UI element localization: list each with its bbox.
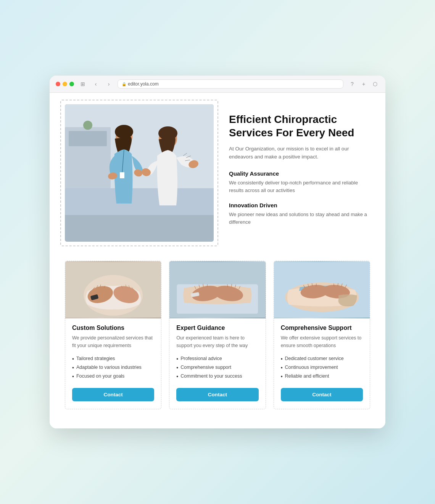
help-btn[interactable]: ? <box>348 80 356 88</box>
card-image-1 <box>65 261 161 318</box>
feature-quality: Quality Assurance We consistently delive… <box>229 170 370 194</box>
card-1-body: Custom Solutions We provide personalized… <box>65 318 161 409</box>
card-comprehensive-support: Comprehensive Support We offer extensive… <box>274 261 370 409</box>
card-3-desc: We offer extensive support services to e… <box>281 334 363 349</box>
hero-description: At Our Organization, our mission is to e… <box>229 145 370 161</box>
card-3-item-2: Continuous improvement <box>281 363 363 372</box>
card-3-body: Comprehensive Support We offer extensive… <box>274 318 370 409</box>
card-expert-guidance: Expert Guidance Our experienced team is … <box>169 261 266 409</box>
card-2-body: Expert Guidance Our experienced team is … <box>169 318 265 409</box>
hero-text: Efficient Chiropractic Services For Ever… <box>229 113 370 234</box>
card-3-list: Dedicated customer service Continuous im… <box>281 355 363 381</box>
lock-icon: 🔒 <box>122 82 126 86</box>
address-bar[interactable]: 🔒 editor.yola.com <box>118 79 343 89</box>
feature-innovation: Innovation Driven We pioneer new ideas a… <box>229 202 370 226</box>
card-1-title: Custom Solutions <box>72 325 154 331</box>
cards-section: Custom Solutions We provide personalized… <box>65 261 370 409</box>
traffic-lights <box>56 82 74 86</box>
card-1-desc: We provide personalized services that fi… <box>72 334 154 349</box>
card-3-item-3: Reliable and efficient <box>281 372 363 381</box>
card-3-item-1: Dedicated customer service <box>281 355 363 363</box>
card-2-desc: Our experienced team is here to support … <box>176 334 258 349</box>
svg-point-7 <box>115 125 133 139</box>
feature-innovation-desc: We pioneer new ideas and solutions to st… <box>229 211 370 226</box>
browser-window: ⊞ ‹ › 🔒 editor.yola.com ? + ⬡ <box>50 76 385 428</box>
download-btn[interactable]: ⬡ <box>371 80 379 88</box>
card-3-contact-btn[interactable]: Contact <box>281 388 363 401</box>
svg-rect-9 <box>120 172 124 178</box>
dot-red[interactable] <box>56 82 60 86</box>
feature-quality-title: Quality Assurance <box>229 170 370 177</box>
card-1-list: Tailored strategies Adaptable to various… <box>72 355 154 381</box>
feature-quality-desc: We consistently deliver top-notch perfor… <box>229 179 370 194</box>
card-custom-solutions: Custom Solutions We provide personalized… <box>65 261 161 409</box>
card-1-item-2: Adaptable to various industries <box>72 363 154 372</box>
card-2-title: Expert Guidance <box>176 325 258 331</box>
card-1-item-1: Tailored strategies <box>72 355 154 363</box>
card-2-item-3: Commitment to your success <box>176 372 258 381</box>
hero-image <box>65 104 214 242</box>
card-2-list: Professional advice Comprehensive suppor… <box>176 355 258 381</box>
url-text: editor.yola.com <box>128 81 159 87</box>
sidebar-toggle-btn[interactable]: ⊞ <box>79 80 87 88</box>
card-image-3 <box>274 261 370 318</box>
forward-btn[interactable]: › <box>105 80 113 88</box>
feature-innovation-title: Innovation Driven <box>229 202 370 208</box>
card-image-2 <box>169 261 265 318</box>
page-content: Efficient Chiropractic Services For Ever… <box>50 93 385 428</box>
toolbar-actions: ? + ⬡ <box>348 80 379 88</box>
svg-rect-19 <box>65 215 214 242</box>
card-1-item-3: Focused on your goals <box>72 372 154 381</box>
card-2-item-2: Comprehensive support <box>176 363 258 372</box>
hero-image-wrapper <box>65 104 214 242</box>
svg-point-5 <box>83 121 92 130</box>
hero-section: Efficient Chiropractic Services For Ever… <box>65 104 370 242</box>
browser-toolbar: ⊞ ‹ › 🔒 editor.yola.com ? + ⬡ <box>50 76 385 93</box>
dot-green[interactable] <box>69 82 74 86</box>
svg-rect-4 <box>69 131 107 146</box>
card-3-title: Comprehensive Support <box>281 325 363 331</box>
hero-title: Efficient Chiropractic Services For Ever… <box>229 113 370 139</box>
dot-yellow[interactable] <box>63 82 67 86</box>
add-btn[interactable]: + <box>359 80 368 88</box>
card-1-contact-btn[interactable]: Contact <box>72 388 154 401</box>
card-2-contact-btn[interactable]: Contact <box>176 388 258 401</box>
back-btn[interactable]: ‹ <box>92 80 100 88</box>
card-2-item-1: Professional advice <box>176 355 258 363</box>
